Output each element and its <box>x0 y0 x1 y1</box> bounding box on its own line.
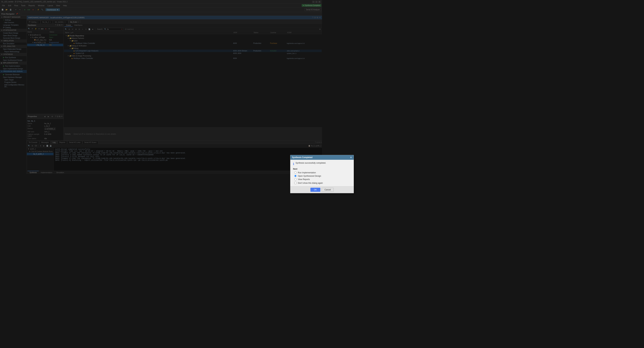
modal-title: Synthesis Completed <box>292 156 312 159</box>
modal-body: ℹ Synthesis successfully completed. Next… <box>290 160 322 174</box>
modal-next-label: Next <box>293 168 322 170</box>
synthesis-completed-modal: Synthesis Completed ✕ ℹ Synthesis succes… <box>290 155 322 174</box>
modal-option-run-impl[interactable]: Run Implementation <box>293 171 322 174</box>
modal-info-row: ℹ Synthesis successfully completed. <box>293 162 322 166</box>
modal-header: Synthesis Completed ✕ <box>290 155 322 160</box>
radio-run-impl[interactable] <box>294 171 296 174</box>
modal-overlay: Synthesis Completed ✕ ℹ Synthesis succes… <box>0 0 322 174</box>
modal-info-icon: ℹ <box>293 162 294 166</box>
label-run-impl: Run Implementation <box>298 171 316 174</box>
modal-info-text: Synthesis successfully completed. <box>296 162 322 164</box>
